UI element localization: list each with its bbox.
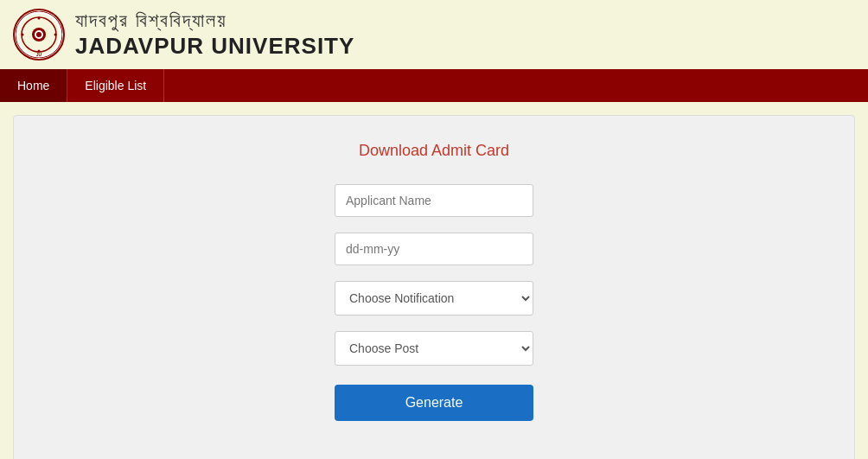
applicant-name-input[interactable]	[335, 184, 533, 217]
svg-point-8	[22, 34, 24, 36]
main-content: Download Admit Card Choose Notification …	[13, 115, 855, 459]
nav-home[interactable]: Home	[0, 69, 67, 102]
svg-text:JU: JU	[36, 52, 42, 57]
nav-eligible-list[interactable]: Eligible List	[67, 69, 164, 102]
university-logo: JU	[13, 9, 65, 61]
svg-point-5	[36, 32, 41, 37]
form-title: Download Admit Card	[359, 142, 509, 160]
svg-point-6	[38, 17, 41, 20]
university-name: JADAVPUR UNIVERSITY	[75, 33, 354, 60]
navbar: Home Eligible List	[0, 69, 868, 102]
dob-input[interactable]	[335, 233, 533, 265]
form-container: Download Admit Card Choose Notification …	[209, 142, 659, 421]
page-header: JU যাদবপুর বিশ্ববিদ্যালয় JADAVPUR UNIVE…	[0, 0, 868, 69]
bengali-title: যাদবপুর বিশ্ববিদ্যালয়	[75, 10, 354, 32]
post-select[interactable]: Choose Post	[335, 331, 533, 366]
university-title-block: যাদবপুর বিশ্ববিদ্যালয় JADAVPUR UNIVERSI…	[75, 10, 354, 59]
svg-point-9	[54, 34, 57, 36]
notification-select[interactable]: Choose Notification	[335, 281, 533, 316]
generate-button[interactable]: Generate	[335, 385, 533, 421]
